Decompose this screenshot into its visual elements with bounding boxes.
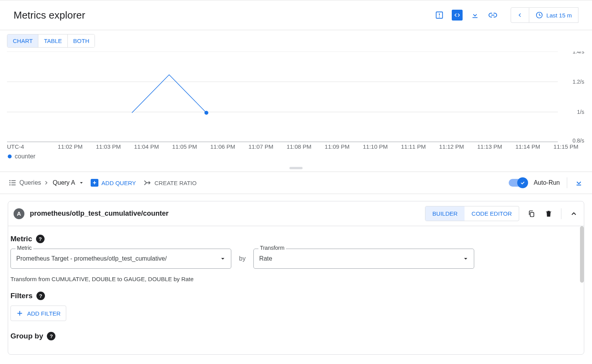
- page-title: Metrics explorer: [14, 9, 85, 21]
- groupby-section-title: Group by: [10, 332, 43, 340]
- x-tick: 11:13 PM: [471, 143, 509, 150]
- link-icon[interactable]: [487, 10, 498, 21]
- x-tick: 11:11 PM: [394, 143, 432, 150]
- breadcrumb-current[interactable]: Query A: [51, 179, 77, 186]
- toggle-knob: [517, 177, 528, 188]
- header: Metrics explorer Last 15 m: [0, 0, 592, 30]
- x-tick: 11:03 PM: [89, 143, 127, 150]
- metric-field-value: Prometheus Target - prometheus/otlp_test…: [16, 255, 167, 262]
- tab-both[interactable]: BOTH: [68, 34, 95, 47]
- caret-down-icon[interactable]: [79, 180, 84, 185]
- svg-point-2: [439, 16, 440, 17]
- tab-code-editor[interactable]: CODE EDITOR: [465, 206, 519, 221]
- svg-text:1/s: 1/s: [577, 109, 584, 115]
- merge-icon: [143, 179, 151, 187]
- x-tick: 11:12 PM: [432, 143, 470, 150]
- time-nav: Last 15 m: [511, 7, 578, 23]
- svg-rect-15: [11, 180, 15, 181]
- svg-rect-3: [473, 17, 478, 18]
- x-tick: 11:07 PM: [242, 143, 280, 150]
- header-actions: Last 15 m: [434, 7, 578, 23]
- x-tick: 11:10 PM: [356, 143, 394, 150]
- svg-text:1.4/s: 1.4/s: [573, 52, 584, 55]
- time-range-button[interactable]: Last 15 m: [529, 7, 578, 23]
- svg-rect-17: [11, 182, 15, 183]
- help-icon[interactable]: ?: [47, 332, 55, 340]
- clock-icon: [535, 11, 543, 19]
- help-icon[interactable]: ?: [36, 292, 45, 300]
- caret-down-icon: [220, 256, 225, 261]
- caret-down-icon: [463, 256, 468, 261]
- metric-section-title: Metric: [10, 235, 32, 243]
- transform-field-value: Rate: [259, 255, 272, 262]
- chart: 1.4/s 1.2/s 1/s 0.8/s UTC-4 11:02 PM 11:…: [0, 52, 592, 162]
- chart-legend: counter: [7, 150, 585, 160]
- check-icon: [520, 180, 525, 185]
- svg-point-16: [9, 182, 10, 184]
- report-icon[interactable]: [434, 10, 445, 21]
- delete-button[interactable]: [544, 209, 553, 218]
- transform-field-label: Transform: [258, 245, 286, 251]
- collapse-all-button[interactable]: [574, 178, 583, 187]
- create-ratio-label: CREATE RATIO: [155, 180, 197, 186]
- collapse-button[interactable]: [569, 209, 578, 218]
- query-card-body: Metric ? Metric Prometheus Target - prom…: [8, 226, 584, 354]
- list-icon: [9, 179, 17, 187]
- svg-text:1.2/s: 1.2/s: [573, 79, 584, 85]
- timezone-label: UTC-4: [7, 143, 51, 150]
- tab-builder[interactable]: BUILDER: [425, 206, 465, 221]
- add-filter-button[interactable]: ADD FILTER: [10, 306, 66, 321]
- x-axis: UTC-4 11:02 PM 11:03 PM 11:04 PM 11:05 P…: [7, 143, 585, 150]
- view-tabs-row: CHART TABLE BOTH: [0, 30, 592, 52]
- copy-button[interactable]: [527, 209, 536, 218]
- svg-point-13: [205, 111, 208, 115]
- filters-section-title: Filters: [10, 292, 33, 300]
- x-tick: 11:14 PM: [509, 143, 547, 150]
- add-query-button[interactable]: + ADD QUERY: [91, 179, 136, 187]
- x-tick: 11:08 PM: [280, 143, 318, 150]
- x-tick: 11:05 PM: [165, 143, 203, 150]
- time-prev-button[interactable]: [511, 7, 529, 23]
- x-tick: 11:06 PM: [204, 143, 242, 150]
- plus-icon: [16, 310, 23, 317]
- legend-label: counter: [15, 153, 35, 160]
- resize-handle[interactable]: [289, 167, 303, 169]
- download-icon[interactable]: [470, 10, 480, 21]
- svg-text:0.8/s: 0.8/s: [573, 137, 584, 143]
- chevron-right-icon: [43, 180, 49, 185]
- transform-description: Transform from CUMULATIVE, DOUBLE to GAU…: [10, 276, 582, 282]
- svg-rect-19: [11, 185, 15, 185]
- svg-point-14: [9, 180, 10, 181]
- add-query-label: ADD QUERY: [102, 180, 136, 186]
- create-ratio-button[interactable]: CREATE RATIO: [143, 179, 197, 187]
- svg-rect-21: [530, 212, 534, 216]
- metric-select[interactable]: Metric Prometheus Target - prometheus/ot…: [10, 249, 231, 269]
- query-card: A prometheus/otlp_test_cumulative/counte…: [8, 201, 584, 355]
- x-tick: 11:09 PM: [318, 143, 356, 150]
- transform-select[interactable]: Transform Rate: [253, 249, 474, 269]
- auto-run-toggle[interactable]: [509, 179, 527, 187]
- query-badge: A: [14, 208, 24, 219]
- by-label: by: [239, 255, 246, 262]
- queries-breadcrumb: Queries Query A: [9, 179, 84, 187]
- x-tick: 11:15 PM: [547, 143, 585, 150]
- auto-run-label: Auto-Run: [533, 179, 560, 186]
- x-tick: 11:02 PM: [51, 143, 89, 150]
- queries-bar: Queries Query A + ADD QUERY CREATE RATIO…: [0, 172, 592, 194]
- tab-table[interactable]: TABLE: [38, 34, 67, 47]
- x-tick: 11:04 PM: [127, 143, 165, 150]
- breadcrumb-root[interactable]: Queries: [19, 179, 41, 186]
- code-icon[interactable]: [452, 10, 463, 21]
- metric-field-label: Metric: [15, 245, 33, 251]
- time-range-label: Last 15 m: [546, 12, 572, 19]
- query-card-header: A prometheus/otlp_test_cumulative/counte…: [8, 201, 584, 226]
- tab-chart[interactable]: CHART: [7, 34, 38, 47]
- legend-dot-icon: [8, 155, 12, 158]
- plus-icon: +: [91, 179, 98, 187]
- svg-point-18: [9, 184, 10, 185]
- query-title: prometheus/otlp_test_cumulative/counter: [30, 209, 169, 218]
- add-filter-label: ADD FILTER: [27, 310, 60, 317]
- help-icon[interactable]: ?: [36, 235, 45, 243]
